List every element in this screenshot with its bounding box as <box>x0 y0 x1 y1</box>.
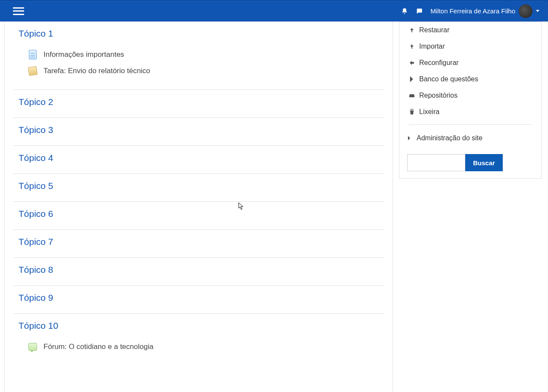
hamburger-menu[interactable] <box>13 7 24 15</box>
activity-label: Fórum: O cotidiano e a tecnologia <box>44 343 153 351</box>
trash-icon <box>409 109 415 115</box>
sidebar: RestaurarImportarReconfigurarBanco de qu… <box>393 22 548 392</box>
admin-item[interactable]: Importar <box>399 38 542 55</box>
topic-section: Tópico 7 <box>13 230 384 258</box>
user-menu[interactable]: Milton Ferreira de Azara Filho <box>430 4 539 18</box>
topic-section: Tópico 2 <box>13 90 384 118</box>
topic-title[interactable]: Tópico 5 <box>13 181 384 191</box>
topic-title[interactable]: Tópico 8 <box>13 265 384 275</box>
activity-label: Informações importantes <box>44 50 124 59</box>
page-icon <box>28 50 37 59</box>
messages-icon[interactable] <box>416 8 423 15</box>
topic-section: Tópico 5 <box>13 174 384 202</box>
topic-title[interactable]: Tópico 7 <box>13 237 384 247</box>
topic-title[interactable]: Tópico 9 <box>13 293 384 303</box>
admin-item-label: Repositórios <box>419 92 458 99</box>
course-content: Tópico 1Informações importantesTarefa: E… <box>4 22 393 392</box>
admin-item[interactable]: Lixeira <box>399 104 542 120</box>
topic-title[interactable]: Tópico 1 <box>13 28 384 39</box>
assignment-icon <box>28 66 37 76</box>
site-admin-root[interactable]: Administração do site <box>399 131 542 147</box>
topic-section: Tópico 1Informações importantesTarefa: E… <box>13 22 384 90</box>
topic-title[interactable]: Tópico 6 <box>13 209 384 219</box>
topic-section: Tópico 6 <box>13 202 384 230</box>
admin-item[interactable]: Banco de questões <box>399 71 542 87</box>
admin-item-label: Reconfigurar <box>419 59 459 67</box>
topic-section: Tópico 4 <box>13 146 384 174</box>
user-name: Milton Ferreira de Azara Filho <box>430 7 515 15</box>
notifications-icon[interactable] <box>401 8 408 15</box>
drive-icon <box>409 93 415 99</box>
activity-link[interactable]: Tarefa: Envio do relatório técnico <box>28 63 384 79</box>
admin-item[interactable]: Restaurar <box>399 22 542 38</box>
upload-icon <box>409 43 415 49</box>
topic-title[interactable]: Tópico 4 <box>13 153 384 163</box>
admin-item-label: Restaurar <box>419 26 449 34</box>
chevron-right-icon <box>407 136 411 140</box>
activity-label: Tarefa: Envio do relatório técnico <box>44 67 150 75</box>
upload-icon <box>409 27 415 33</box>
topic-section: Tópico 8 <box>13 258 384 286</box>
topic-title[interactable]: Tópico 10 <box>13 321 384 331</box>
admin-item-label: Importar <box>419 43 445 50</box>
navbar: Milton Ferreira de Azara Filho <box>0 0 548 22</box>
chevron-right-icon <box>409 76 415 82</box>
topic-title[interactable]: Tópico 2 <box>13 97 384 107</box>
arrow-left-icon <box>409 60 415 66</box>
navbar-right: Milton Ferreira de Azara Filho <box>401 4 539 18</box>
admin-item[interactable]: Repositórios <box>399 87 542 104</box>
activity-link[interactable]: Informações importantes <box>28 46 384 63</box>
search-input[interactable] <box>407 154 465 171</box>
activity-link[interactable]: Fórum: O cotidiano e a tecnologia <box>28 339 384 355</box>
admin-item[interactable]: Reconfigurar <box>399 55 542 71</box>
topic-section: Tópico 10Fórum: O cotidiano e a tecnolog… <box>13 314 384 365</box>
forum-icon <box>28 342 37 352</box>
topic-title[interactable]: Tópico 3 <box>13 125 384 135</box>
site-admin-label: Administração do site <box>417 134 483 142</box>
admin-search: Buscar <box>407 154 542 171</box>
topic-section: Tópico 3 <box>13 118 384 146</box>
admin-item-label: Banco de questões <box>419 75 478 83</box>
avatar <box>519 4 532 18</box>
search-button[interactable]: Buscar <box>465 154 503 171</box>
chevron-down-icon <box>536 10 539 12</box>
topic-section: Tópico 9 <box>13 286 384 314</box>
admin-item-label: Lixeira <box>419 108 439 116</box>
